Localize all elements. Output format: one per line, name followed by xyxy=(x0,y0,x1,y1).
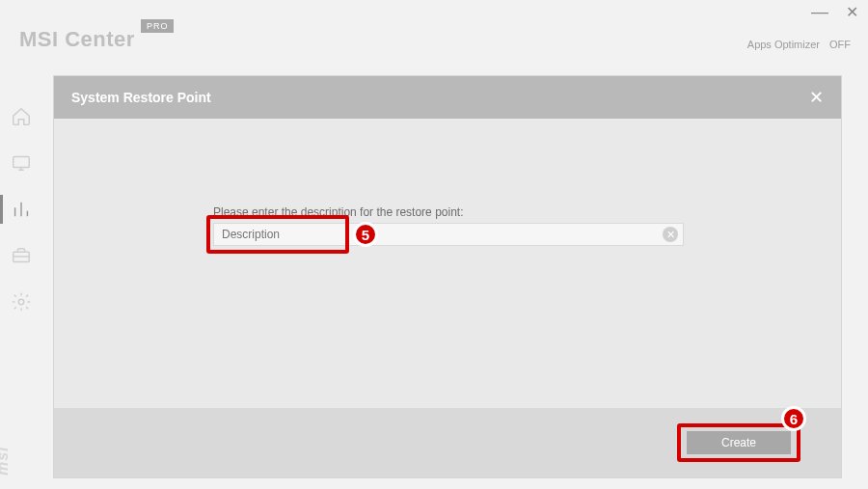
restore-point-dialog: System Restore Point ✕ Please enter the … xyxy=(53,75,842,478)
dialog-title: System Restore Point xyxy=(71,90,211,105)
brand-text: MSI Center xyxy=(19,27,135,52)
msi-logo: msi xyxy=(0,446,12,475)
create-button[interactable]: Create xyxy=(687,431,791,454)
description-input[interactable] xyxy=(213,223,684,246)
nav-stats-icon[interactable] xyxy=(11,199,32,220)
dialog-footer: Create 6 xyxy=(54,408,841,477)
svg-rect-0 xyxy=(14,157,30,168)
nav-settings-icon[interactable] xyxy=(11,291,32,312)
nav-toolbox-icon[interactable] xyxy=(11,245,32,266)
svg-point-2 xyxy=(18,299,24,305)
nav-monitor-icon[interactable] xyxy=(11,152,32,174)
side-nav xyxy=(0,106,42,312)
description-prompt: Please enter the description for the res… xyxy=(213,205,463,219)
nav-home-icon[interactable] xyxy=(11,106,32,127)
dialog-close-icon[interactable]: ✕ xyxy=(809,87,824,108)
dialog-header: System Restore Point ✕ xyxy=(54,76,841,119)
window-close-button[interactable]: ✕ xyxy=(846,3,858,21)
apps-optimizer-toggle[interactable]: OFF xyxy=(829,39,851,50)
annotation-callout-6: 6 xyxy=(781,406,806,431)
window-minimize-button[interactable]: — xyxy=(811,7,828,16)
pro-badge: PRO xyxy=(141,19,175,33)
apps-optimizer-label: Apps Optimizer xyxy=(747,39,820,50)
app-brand: MSI Center PRO xyxy=(19,27,174,52)
clear-input-icon[interactable]: ✕ xyxy=(663,227,678,242)
